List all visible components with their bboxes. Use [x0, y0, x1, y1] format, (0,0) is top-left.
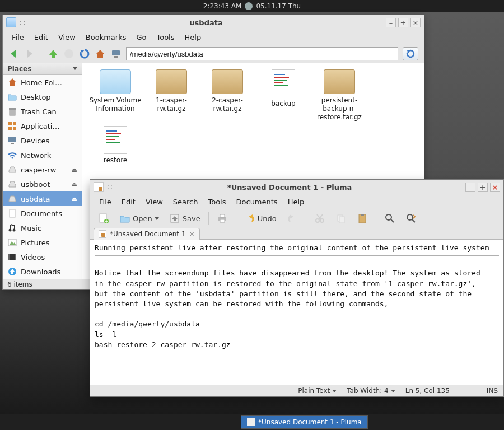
- print-button[interactable]: [214, 212, 230, 225]
- svg-rect-12: [8, 122, 12, 125]
- clock-icon: [245, 2, 253, 10]
- fm-menu-bookmarks[interactable]: Bookmarks: [81, 32, 131, 43]
- sidebar-item-trash-can[interactable]: Trash Can: [3, 104, 82, 119]
- fm-menu-edit[interactable]: Edit: [30, 32, 53, 43]
- fm-maximize-button[interactable]: +: [398, 18, 408, 27]
- file-item[interactable]: 1-casper-rw.tar.gz: [145, 69, 198, 113]
- fm-minimize-button[interactable]: –: [386, 18, 396, 27]
- editor-rule: [95, 255, 499, 256]
- ed-tabwidth-selector[interactable]: Tab Width: 4: [347, 387, 395, 395]
- fm-menu-go[interactable]: Go: [132, 32, 151, 43]
- fm-close-button[interactable]: ×: [410, 18, 421, 27]
- location-input[interactable]: [126, 47, 398, 60]
- nav-stop-icon[interactable]: [63, 48, 74, 59]
- redo-button[interactable]: [284, 212, 300, 225]
- ed-menu-file[interactable]: File: [95, 197, 116, 207]
- ed-toolbar: + Open Save Undo: [90, 209, 503, 227]
- sidebar-item-label: Devices: [21, 137, 49, 145]
- top-panel: 2:23:43 AM 05.11.17 Thu: [0, 0, 504, 12]
- sidebar-item-home-fol-[interactable]: Home Fol…: [3, 75, 82, 90]
- copy-button[interactable]: [333, 212, 349, 225]
- sidebar-item-label: Trash Can: [21, 108, 57, 116]
- file-item[interactable]: backup: [257, 69, 310, 108]
- sidebar-item-devices[interactable]: Devices: [3, 133, 82, 148]
- sidebar-item-usbdata[interactable]: usbdata⏏: [3, 191, 82, 206]
- search-icon: [384, 213, 395, 224]
- sidebar-item-label: casper-rw: [21, 166, 56, 174]
- taskbar-item-pluma[interactable]: *Unsaved Document 1 - Pluma: [241, 415, 368, 429]
- sidebar-item-downloads[interactable]: Downloads: [3, 264, 82, 279]
- find-button[interactable]: [382, 212, 398, 225]
- eject-icon[interactable]: ⏏: [72, 166, 77, 174]
- sidebar-item-usbboot[interactable]: usbboot⏏: [3, 177, 82, 191]
- eject-icon[interactable]: ⏏: [72, 181, 77, 188]
- paste-button[interactable]: [354, 212, 370, 225]
- nav-computer-icon[interactable]: [110, 48, 122, 59]
- close-tab-icon[interactable]: ×: [189, 230, 195, 238]
- file-item[interactable]: System Volume Information: [89, 69, 142, 113]
- sidebar-item-applicati-[interactable]: Applicati…: [3, 119, 82, 133]
- cut-button[interactable]: [312, 212, 328, 225]
- nav-back-icon[interactable]: [8, 48, 20, 59]
- doc-icon: [99, 230, 106, 238]
- open-folder-icon: [119, 213, 130, 224]
- svg-line-48: [391, 219, 394, 222]
- sidebar-item-videos[interactable]: Videos: [3, 250, 82, 264]
- archive-icon: [324, 69, 355, 94]
- file-label: 1-casper-rw.tar.gz: [145, 96, 198, 113]
- sidebar-item-casper-rw[interactable]: casper-rw⏏: [3, 162, 82, 177]
- places-header[interactable]: Places: [3, 63, 82, 75]
- new-file-icon: +: [98, 213, 109, 224]
- sidebar-item-desktop[interactable]: Desktop: [3, 90, 82, 104]
- new-file-button[interactable]: +: [96, 212, 111, 225]
- ed-menu-help[interactable]: Help: [283, 197, 309, 207]
- sidebar-item-music[interactable]: Music: [3, 221, 82, 235]
- fm-titlebar[interactable]: :: usbdata – + ×: [3, 15, 424, 30]
- ed-close-button[interactable]: ×: [490, 183, 500, 192]
- ed-tab[interactable]: *Unsaved Document 1 ×: [94, 228, 200, 240]
- save-button[interactable]: Save: [167, 212, 203, 225]
- sidebar-item-label: Home Fol…: [21, 78, 62, 87]
- ed-menu-view[interactable]: View: [141, 197, 167, 207]
- find-replace-button[interactable]: [403, 212, 419, 225]
- location-go-button[interactable]: [403, 47, 418, 60]
- ed-menu-documents[interactable]: Documents: [232, 197, 282, 207]
- fm-menu-view[interactable]: View: [54, 32, 80, 43]
- svg-text:+: +: [105, 219, 109, 224]
- ed-lang-selector[interactable]: Plain Text: [298, 387, 337, 395]
- open-button[interactable]: Open: [117, 212, 161, 225]
- file-item[interactable]: 2-casper-rw.tar.gz: [201, 69, 254, 113]
- nav-reload-icon[interactable]: [79, 48, 90, 59]
- eject-icon[interactable]: ⏏: [72, 195, 77, 203]
- sidebar-item-label: Desktop: [21, 93, 51, 101]
- ed-titlebar[interactable]: :: *Unsaved Document 1 - Pluma – + ×: [90, 180, 503, 194]
- apps-icon: [7, 121, 17, 131]
- ed-minimize-button[interactable]: –: [465, 183, 475, 192]
- ed-menu-edit[interactable]: Edit: [117, 197, 140, 207]
- editor-text-area[interactable]: Running persistent live after restoring …: [90, 240, 503, 385]
- file-item[interactable]: restore: [89, 126, 142, 165]
- ed-maximize-button[interactable]: +: [478, 183, 488, 192]
- ed-statusbar: Plain Text Tab Width: 4 Ln 5, Col 135 IN…: [90, 385, 503, 396]
- ed-title-dots: ::: [107, 183, 114, 191]
- bottom-panel: *Unsaved Document 1 - Pluma: [0, 414, 504, 430]
- svg-line-50: [412, 219, 415, 222]
- text-editor-window: :: *Unsaved Document 1 - Pluma – + × Fil…: [90, 179, 504, 397]
- sidebar-item-documents[interactable]: Documents: [3, 206, 82, 221]
- ed-menu-search[interactable]: Search: [169, 197, 203, 207]
- doc-icon: [247, 418, 255, 426]
- fm-menu-file[interactable]: File: [7, 32, 29, 43]
- nav-forward-icon[interactable]: [24, 48, 35, 59]
- file-item[interactable]: persistent-backup-n-restore.tar.gz: [313, 69, 366, 121]
- nav-up-icon[interactable]: [48, 48, 59, 59]
- sidebar-item-network[interactable]: Network: [3, 148, 82, 162]
- fm-menu-tools[interactable]: Tools: [152, 32, 179, 43]
- drive-icon: [7, 194, 17, 204]
- undo-button[interactable]: Undo: [242, 212, 279, 225]
- ed-insert-mode[interactable]: INS: [487, 387, 498, 395]
- nav-home-icon[interactable]: [95, 48, 106, 59]
- svg-rect-13: [13, 122, 16, 125]
- fm-menu-help[interactable]: Help: [180, 32, 206, 43]
- ed-menu-tools[interactable]: Tools: [203, 197, 230, 207]
- sidebar-item-pictures[interactable]: Pictures: [3, 235, 82, 250]
